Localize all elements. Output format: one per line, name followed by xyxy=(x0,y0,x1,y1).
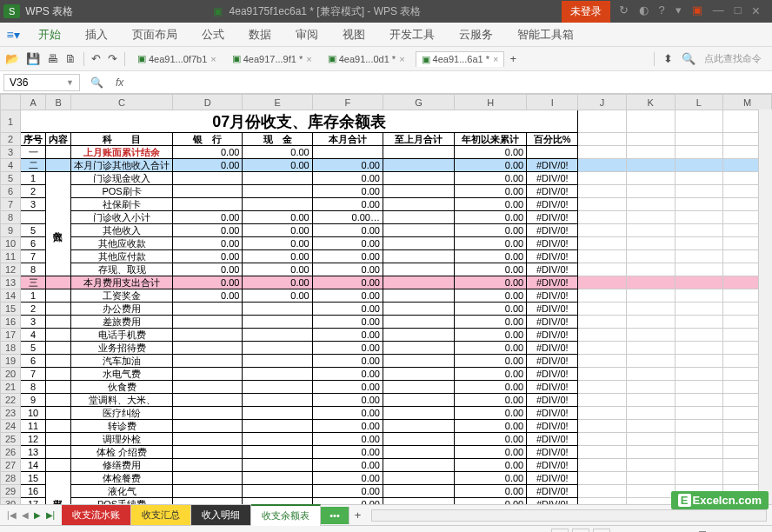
cell[interactable]: 液化气 xyxy=(71,485,173,498)
cell[interactable] xyxy=(173,342,243,355)
cell[interactable]: 0.00 xyxy=(243,159,312,172)
row-header[interactable]: 9 xyxy=(1,224,21,237)
help-icon[interactable]: ? xyxy=(659,3,665,19)
horizontal-scrollbar[interactable] xyxy=(371,509,767,522)
row-header[interactable]: 26 xyxy=(1,446,21,459)
sheet-tab[interactable]: 收入明细 xyxy=(191,505,251,525)
cell[interactable] xyxy=(383,276,454,289)
cell[interactable] xyxy=(173,394,243,407)
cell[interactable]: 0.00 xyxy=(312,237,383,250)
cell[interactable] xyxy=(173,472,243,485)
cell[interactable] xyxy=(383,342,454,355)
more-sheets-button[interactable]: ••• xyxy=(321,507,349,524)
row-header[interactable]: 18 xyxy=(1,342,21,355)
cell[interactable] xyxy=(383,329,454,342)
row-header[interactable]: 29 xyxy=(1,485,21,498)
cell[interactable]: 0.00 xyxy=(312,342,383,355)
sync-icon[interactable]: ↻ xyxy=(619,3,629,19)
cell[interactable]: 0.00 xyxy=(243,224,312,237)
row-header[interactable]: 21 xyxy=(1,381,21,394)
cell[interactable]: #DIV/0! xyxy=(527,172,578,185)
menu-review[interactable]: 审阅 xyxy=(283,27,330,43)
page-break-view-icon[interactable]: ▧ xyxy=(593,529,610,533)
cell[interactable]: 体检 介绍费 xyxy=(71,446,173,459)
cell[interactable]: 6 xyxy=(21,237,46,250)
cell[interactable] xyxy=(527,146,578,159)
menu-formulas[interactable]: 公式 xyxy=(190,27,236,43)
cell[interactable]: 其他收入 xyxy=(71,224,173,237)
cell[interactable]: 工资奖金 xyxy=(71,289,173,303)
cell[interactable] xyxy=(243,485,312,498)
cell[interactable] xyxy=(383,485,454,498)
row-header[interactable]: 11 xyxy=(1,250,21,263)
cell[interactable]: 3 xyxy=(21,316,46,329)
cell[interactable] xyxy=(383,368,454,381)
cell[interactable]: 0.00 xyxy=(312,394,383,407)
cell[interactable]: #DIV/0! xyxy=(527,159,578,172)
row-header[interactable]: 5 xyxy=(1,172,21,185)
menu-page-layout[interactable]: 页面布局 xyxy=(120,27,190,43)
cell[interactable] xyxy=(383,394,454,407)
print-preview-icon[interactable]: 🗎 xyxy=(65,52,77,65)
cell[interactable]: 三 xyxy=(21,276,46,289)
cell[interactable] xyxy=(173,381,243,394)
cell[interactable]: 0.00 xyxy=(173,237,243,250)
close-tab-icon[interactable]: × xyxy=(306,54,311,64)
cell[interactable]: 0.00 xyxy=(173,276,243,289)
cell[interactable] xyxy=(173,303,243,316)
cell[interactable] xyxy=(173,172,243,185)
cell[interactable]: 0.00 xyxy=(455,368,527,381)
cell[interactable]: 0.00 xyxy=(312,407,383,420)
cell[interactable]: 8 xyxy=(21,263,46,276)
column-header[interactable]: L xyxy=(675,95,723,110)
menu-cloud[interactable]: 云服务 xyxy=(447,27,505,43)
cell[interactable]: 0.00 xyxy=(455,250,527,263)
cell[interactable]: 10 xyxy=(21,407,46,420)
cell[interactable]: #DIV/0! xyxy=(527,211,578,224)
cell[interactable]: 0.00 xyxy=(455,394,527,407)
cell[interactable]: 0.00 xyxy=(173,289,243,303)
cell[interactable]: 0.00 xyxy=(455,172,527,185)
cell[interactable] xyxy=(243,446,312,459)
cell[interactable]: 0.00 xyxy=(312,355,383,368)
cell[interactable]: 0.00 xyxy=(455,342,527,355)
cell[interactable]: 11 xyxy=(21,420,46,433)
first-sheet-icon[interactable]: |◀ xyxy=(5,510,18,520)
cell[interactable] xyxy=(243,420,312,433)
undo-icon[interactable]: ↶ xyxy=(91,52,101,65)
column-header[interactable]: E xyxy=(243,95,312,110)
wps-menu-icon[interactable]: ≡▾ xyxy=(0,28,26,42)
cell[interactable]: 门诊现金收入 xyxy=(71,172,173,185)
cell[interactable]: 2 xyxy=(21,303,46,316)
cell[interactable]: 其他应收款 xyxy=(71,237,173,250)
row-header[interactable]: 23 xyxy=(1,407,21,420)
cell[interactable] xyxy=(383,185,454,198)
cell[interactable]: 0.00 xyxy=(455,316,527,329)
cell[interactable] xyxy=(243,394,312,407)
cell[interactable]: 0.00… xyxy=(312,211,383,224)
cell[interactable]: 0.00 xyxy=(455,303,527,316)
cell[interactable]: 0.00 xyxy=(455,355,527,368)
column-header[interactable]: A xyxy=(21,95,46,110)
cell[interactable]: 0.00 xyxy=(312,368,383,381)
insert-function-icon[interactable]: 🔍 xyxy=(90,76,103,89)
cell[interactable]: 5 xyxy=(21,342,46,355)
cell[interactable]: 0.00 xyxy=(243,276,312,289)
doc-tab-active[interactable]: ▣4ea91...6a1 *× xyxy=(416,51,505,67)
column-header[interactable]: C xyxy=(71,95,173,110)
cell[interactable]: 0.00 xyxy=(312,381,383,394)
cell[interactable]: 0.00 xyxy=(312,433,383,446)
cell[interactable]: #DIV/0! xyxy=(527,185,578,198)
cell[interactable]: #DIV/0! xyxy=(527,394,578,407)
cell[interactable]: 0.00 xyxy=(312,329,383,342)
cell[interactable] xyxy=(243,172,312,185)
cell[interactable]: 0.00 xyxy=(243,211,312,224)
cell[interactable]: POS刷卡 xyxy=(71,185,173,198)
menu-view[interactable]: 视图 xyxy=(330,27,377,43)
redo-icon[interactable]: ↷ xyxy=(108,52,117,65)
cell[interactable]: #DIV/0! xyxy=(527,433,578,446)
page-layout-view-icon[interactable]: ▤ xyxy=(572,529,589,533)
cell[interactable]: 0.00 xyxy=(455,459,527,472)
skin-icon[interactable]: ◐ xyxy=(639,3,649,19)
cell[interactable]: 0.00 xyxy=(455,381,527,394)
